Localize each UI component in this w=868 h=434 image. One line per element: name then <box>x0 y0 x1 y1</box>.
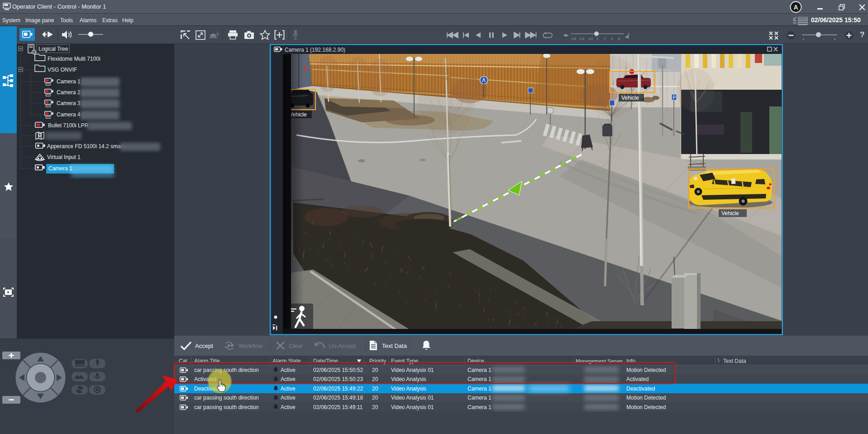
svg-text:Camera 1 (192.168.2.90): Camera 1 (192.168.2.90) <box>285 47 345 53</box>
svg-text:Vehicle: Vehicle <box>721 210 739 217</box>
svg-text:Camera 2 (: Camera 2 ( <box>57 89 84 96</box>
svg-text:1/8: 1/8 <box>571 37 576 41</box>
svg-text:Camera 3 (: Camera 3 ( <box>57 100 84 106</box>
svg-text:Vehicle: Vehicle <box>621 95 639 101</box>
svg-text:CPU: CPU <box>793 17 797 24</box>
svg-text:Camera 1 (: Camera 1 ( <box>57 78 84 85</box>
svg-text:Bullet 7100i LPR: Bullet 7100i LPR <box>48 122 89 129</box>
svg-text:2: 2 <box>604 37 606 41</box>
svg-text:Camera 1: Camera 1 <box>48 165 72 172</box>
svg-text:Camera 4 (: Camera 4 ( <box>57 111 84 118</box>
svg-text:VSG ONVIF: VSG ONVIF <box>48 67 77 73</box>
svg-text:P: P <box>673 95 676 100</box>
svg-text:Logical Tree: Logical Tree <box>38 46 68 52</box>
svg-text:1/2: 1/2 <box>588 37 593 41</box>
svg-text:1/4: 1/4 <box>579 37 585 41</box>
svg-text:1: 1 <box>596 37 599 41</box>
svg-text:Flexidome Multi 7100i: Flexidome Multi 7100i <box>48 56 100 62</box>
svg-text:8: 8 <box>618 37 620 41</box>
svg-text:Virtual Input 1: Virtual Input 1 <box>47 154 81 160</box>
svg-text:4: 4 <box>611 37 613 41</box>
svg-text:Apperance FD 5100i 14.2 smarc: Apperance FD 5100i 14.2 smarc <box>47 143 125 149</box>
svg-text:A: A <box>793 4 798 11</box>
